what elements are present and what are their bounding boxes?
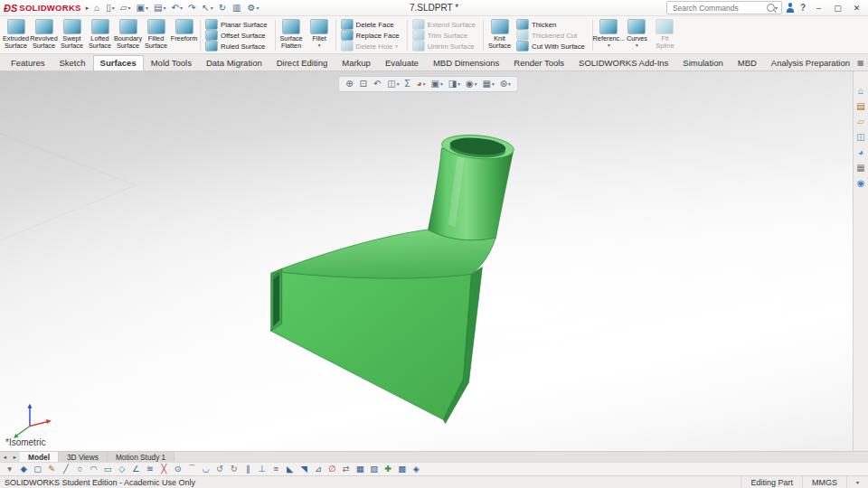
graphics-area[interactable]: ⊕ ⊡ ↶ ◫ ▾ Σ ◕ ▾ ▣: [0, 71, 853, 451]
dropdown-caret-icon[interactable]: ▾: [608, 43, 610, 47]
maximize-button[interactable]: ▢: [830, 4, 845, 13]
planar-surface-button[interactable]: Planar Surface: [205, 20, 270, 30]
fit-spline-button[interactable]: FitSpline: [651, 17, 679, 53]
ribbon-tab[interactable]: Render Tools: [506, 55, 571, 70]
dropdown-caret-icon[interactable]: ▾: [458, 77, 460, 91]
sketch-tool-icon[interactable]: ⊿: [311, 463, 326, 475]
view-palette-icon[interactable]: ◫: [856, 132, 864, 142]
document-tab[interactable]: Motion Study 1: [108, 452, 175, 462]
status-expand-button[interactable]: ▾: [846, 476, 868, 488]
document-tab[interactable]: Model: [20, 452, 59, 462]
search-commands-input[interactable]: [671, 3, 767, 14]
dynamic-annotation-button[interactable]: Σ: [402, 77, 413, 91]
lofted-surface-button[interactable]: LoftedSurface: [86, 17, 114, 53]
ribbon-tab[interactable]: Analysis Preparation: [764, 55, 857, 70]
dropdown-caret-icon[interactable]: ▾: [163, 5, 165, 11]
dropdown-caret-icon[interactable]: ▾: [146, 5, 148, 11]
sketch-tool-icon[interactable]: ✚: [382, 463, 396, 475]
sketch-tool-icon[interactable]: ⊙: [171, 463, 185, 475]
surface-flatten-button[interactable]: SurfaceFlatten: [278, 17, 306, 53]
extend-surface-button[interactable]: Extend Surface: [412, 20, 478, 30]
ribbon-tab[interactable]: Markup: [335, 55, 378, 70]
dropdown-caret-icon[interactable]: ▾: [128, 5, 131, 11]
sketch-tool-icon[interactable]: ◣: [283, 463, 297, 475]
hide-show-items-button[interactable]: ◉ ▾: [463, 77, 479, 91]
dropdown-caret-icon[interactable]: ▾: [440, 77, 443, 91]
sketch-tool-icon[interactable]: ⇄: [339, 463, 354, 475]
sketch-tool-icon[interactable]: ▩: [395, 463, 410, 475]
nozzle-cylinder[interactable]: [428, 148, 513, 240]
appearances-scenes-icon[interactable]: ◕: [858, 147, 863, 157]
ruled-surface-button[interactable]: Ruled Surface: [205, 42, 270, 52]
custom-properties-icon[interactable]: ▦: [856, 163, 864, 173]
search-dropdown-caret-icon[interactable]: ▾: [775, 5, 778, 11]
nozzle-bottom-face[interactable]: [271, 272, 472, 419]
ribbon-tab[interactable]: Direct Editing: [269, 55, 335, 70]
curves-button[interactable]: Curves ▾: [623, 17, 651, 53]
dropdown-caret-icon[interactable]: ▾: [508, 77, 511, 91]
dropdown-caret-icon[interactable]: ▾: [492, 77, 495, 91]
close-button[interactable]: ✕: [849, 4, 864, 13]
open-button[interactable]: ▱ ▾: [118, 1, 134, 14]
ribbon-tab[interactable]: Features: [4, 55, 52, 70]
view-orientation-button[interactable]: ▣ ▾: [429, 77, 445, 91]
dropdown-caret-icon[interactable]: ▾: [423, 77, 426, 91]
sketch-tool-icon[interactable]: ◡: [199, 463, 213, 475]
save-button[interactable]: ▣ ▾: [134, 1, 151, 14]
ribbon-tab[interactable]: MBD: [731, 55, 764, 70]
ribbon-tab[interactable]: Sketch: [52, 55, 93, 70]
sketch-tool-icon[interactable]: ⌒: [185, 463, 200, 475]
redo-button[interactable]: ↷: [185, 1, 199, 14]
ribbon-tab[interactable]: Mold Tools: [144, 55, 199, 70]
extruded-surface-button[interactable]: ExtrudedSurface: [2, 17, 30, 53]
dropdown-caret-icon[interactable]: ▾: [257, 5, 259, 11]
dropdown-caret-icon[interactable]: ▾: [112, 5, 115, 11]
sketch-tool-icon[interactable]: ▦: [354, 463, 368, 475]
zoom-fit-button[interactable]: ⊕: [344, 77, 356, 91]
sketch-tool-icon[interactable]: ⊥: [255, 463, 269, 475]
menu-flyout-arrow-icon[interactable]: ▸: [83, 5, 92, 12]
revolved-surface-button[interactable]: RevolvedSurface: [30, 17, 58, 53]
rebuild-button[interactable]: ↻: [216, 1, 230, 14]
design-library-icon[interactable]: ▤: [856, 101, 864, 111]
cut-with-surface-button[interactable]: Cut With Surface: [516, 42, 588, 52]
sketch-tool-icon[interactable]: ◠: [87, 463, 101, 475]
sketch-tool-icon[interactable]: ↻: [227, 463, 241, 475]
dropdown-caret-icon[interactable]: ▾: [211, 5, 213, 11]
ribbon-tab[interactable]: Data Migration: [199, 55, 269, 70]
sketch-tool-icon[interactable]: ∅: [326, 463, 340, 475]
dropdown-caret-icon[interactable]: ▾: [395, 43, 398, 49]
new-document-button[interactable]: ▯ ▾: [103, 1, 118, 14]
sketch-tool-icon[interactable]: ◇: [115, 463, 129, 475]
trim-surface-button[interactable]: Trim Surface: [412, 31, 478, 41]
help-button[interactable]: ?: [798, 3, 807, 13]
sketch-tool-icon[interactable]: ◥: [297, 463, 312, 475]
part-model[interactable]: [0, 71, 853, 451]
select-button[interactable]: ↖ ▾: [199, 1, 215, 14]
appearances-button[interactable]: ◕ ▾: [414, 77, 428, 91]
knit-surface-button[interactable]: KnitSurface: [486, 17, 514, 53]
sketch-tool-icon[interactable]: ▢: [31, 463, 45, 475]
sketch-tool-icon[interactable]: ╳: [157, 463, 172, 475]
forum-icon[interactable]: ◉: [857, 178, 865, 188]
dropdown-caret-icon[interactable]: ▾: [636, 43, 638, 47]
zoom-area-button[interactable]: ⊡: [357, 77, 370, 91]
sketch-tool-icon[interactable]: ▾: [3, 463, 17, 475]
thickened-cut-button[interactable]: Thickened Cut: [516, 31, 588, 41]
nozzle-mouth-opening[interactable]: [273, 272, 279, 326]
sketch-tool-icon[interactable]: ◈: [410, 463, 424, 475]
solidworks-resources-icon[interactable]: ⌂: [858, 86, 863, 96]
sketch-tool-icon[interactable]: ≋: [143, 463, 157, 475]
user-account-icon[interactable]: [786, 3, 795, 13]
freeform-button[interactable]: Freeform: [170, 17, 198, 53]
ribbon-tab[interactable]: SOLIDWORKS Add-Ins: [571, 55, 675, 70]
swept-surface-button[interactable]: SweptSurface: [58, 17, 86, 53]
file-properties-button[interactable]: ▥: [230, 1, 244, 14]
pane-icon[interactable]: ▦: [857, 59, 864, 67]
sketch-tool-icon[interactable]: ≡: [269, 463, 284, 475]
ribbon-tab[interactable]: MBD Dimensions: [426, 55, 506, 70]
ribbon-tab[interactable]: Evaluate: [378, 55, 426, 70]
offset-surface-button[interactable]: Offset Surface: [205, 31, 270, 41]
thicken-button[interactable]: Thicken: [516, 20, 588, 30]
dropdown-caret-icon[interactable]: ▾: [318, 43, 321, 47]
